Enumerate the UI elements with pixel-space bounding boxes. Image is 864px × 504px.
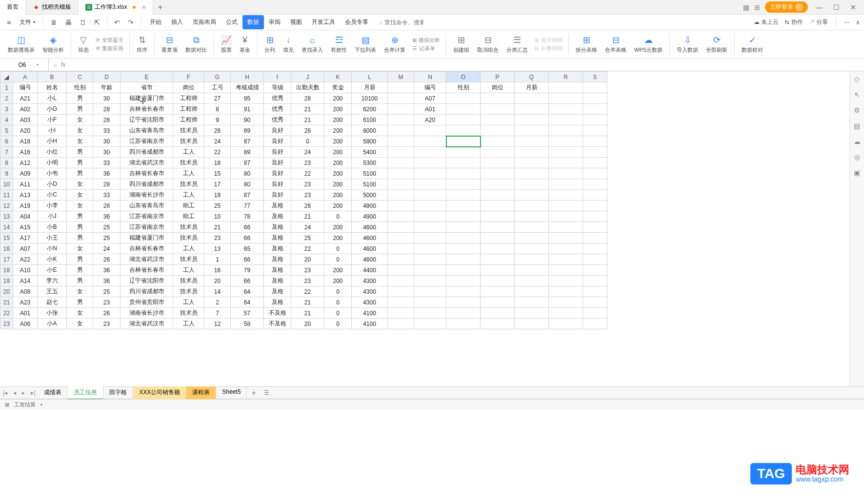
cell[interactable]: 200 <box>324 93 352 104</box>
cell[interactable]: A04 <box>13 211 38 222</box>
menu-会员专享[interactable]: 会员专享 <box>340 15 373 29</box>
cell[interactable]: 24 <box>93 243 121 254</box>
cell[interactable]: 4600 <box>352 222 388 233</box>
cell[interactable]: 及格 <box>264 276 291 286</box>
cell[interactable]: A13 <box>13 190 38 201</box>
cell[interactable]: 21 <box>204 222 231 233</box>
cell[interactable]: 200 <box>324 233 352 243</box>
cell[interactable]: 助工 <box>173 201 204 211</box>
cell[interactable]: 27 <box>204 93 231 104</box>
cell[interactable]: 男 <box>67 233 93 243</box>
cell[interactable]: 23 <box>291 276 324 286</box>
sheet-prev-icon[interactable]: ◂ <box>10 389 19 396</box>
cell[interactable]: A18 <box>13 136 38 147</box>
import-button[interactable]: ⇩导入数据 <box>673 34 702 55</box>
cell[interactable]: 小H <box>38 136 67 147</box>
cell[interactable] <box>481 201 515 211</box>
cell[interactable]: 80 <box>231 168 264 179</box>
undo-icon[interactable]: ↶ <box>111 17 123 28</box>
cell[interactable]: 技术员 <box>173 158 204 168</box>
cell[interactable]: 江苏省南京市 <box>121 136 173 147</box>
cell[interactable] <box>446 190 481 201</box>
maximize-button[interactable]: ☐ <box>830 3 843 11</box>
cell[interactable]: 工号 <box>204 82 231 93</box>
sheet-tab-1[interactable]: 员工信息 <box>68 386 103 400</box>
cell[interactable]: 技术员 <box>173 136 204 147</box>
cell[interactable] <box>388 276 414 286</box>
export-icon[interactable]: ⇱ <box>91 17 103 28</box>
cell[interactable]: 21 <box>291 297 324 308</box>
cell[interactable] <box>481 286 515 297</box>
cell[interactable] <box>583 158 607 168</box>
cell[interactable]: 不及格 <box>264 319 291 329</box>
cell[interactable]: 64 <box>231 297 264 308</box>
menu-开始[interactable]: 开始 <box>145 15 166 29</box>
cell[interactable]: 200 <box>324 136 352 147</box>
cell[interactable]: 工程师 <box>173 104 204 115</box>
sheet-first-icon[interactable]: |◂ <box>0 389 10 396</box>
col-head-P[interactable]: P <box>481 72 515 82</box>
menu-页面布局[interactable]: 页面布局 <box>188 15 221 29</box>
cell[interactable] <box>388 136 414 147</box>
cell[interactable]: 湖南省长沙市 <box>121 190 173 201</box>
cell[interactable]: 编号 <box>13 82 38 93</box>
col-head-N[interactable]: N <box>414 72 446 82</box>
cell[interactable]: 30 <box>93 93 121 104</box>
cell[interactable]: 30 <box>93 136 121 147</box>
cell[interactable]: 4600 <box>352 254 388 265</box>
cell[interactable]: 男 <box>67 93 93 104</box>
cell[interactable]: 0 <box>324 243 352 254</box>
cell[interactable]: 23 <box>291 158 324 168</box>
cell[interactable] <box>515 201 549 211</box>
cell[interactable]: 岗位 <box>481 82 515 93</box>
cell[interactable]: 江苏省南京市 <box>121 211 173 222</box>
cell[interactable]: 18 <box>204 158 231 168</box>
cell[interactable]: 技术员 <box>173 222 204 233</box>
cell[interactable]: 0 <box>324 297 352 308</box>
cell[interactable]: 及格 <box>264 297 291 308</box>
cell[interactable] <box>549 190 583 201</box>
cell[interactable]: A09 <box>13 168 38 179</box>
cell[interactable]: 福建省厦门市 <box>121 93 173 104</box>
cloud-status[interactable]: ☁ 未上云 <box>754 18 779 26</box>
cell[interactable]: 24 <box>291 222 324 233</box>
sheet-last-icon[interactable]: ▸| <box>28 389 38 396</box>
cell[interactable]: 小A <box>38 319 67 329</box>
cell[interactable] <box>446 233 481 243</box>
cell[interactable]: 小韦 <box>38 168 67 179</box>
row-head-13[interactable]: 13 <box>0 211 13 222</box>
cell[interactable]: 工程师 <box>173 93 204 104</box>
cell[interactable] <box>515 125 549 136</box>
cell[interactable]: 66 <box>231 254 264 265</box>
cell[interactable]: 及格 <box>264 243 291 254</box>
cell[interactable]: 24 <box>204 136 231 147</box>
panel-icon-4[interactable]: ◎ <box>854 153 860 161</box>
col-head-R[interactable]: R <box>549 72 583 82</box>
cell[interactable]: A17 <box>13 233 38 243</box>
cell[interactable] <box>481 297 515 308</box>
cell[interactable]: 13 <box>204 243 231 254</box>
col-head-H[interactable]: H <box>231 72 264 82</box>
cell[interactable] <box>388 147 414 158</box>
cell[interactable]: 男 <box>67 265 93 276</box>
cell[interactable]: 28 <box>93 115 121 125</box>
minimize-button[interactable]: — <box>813 3 825 11</box>
cell[interactable]: 20 <box>291 319 324 329</box>
cell[interactable] <box>515 254 549 265</box>
cell[interactable]: 男 <box>67 211 93 222</box>
cell[interactable]: 小J <box>38 211 67 222</box>
cell[interactable] <box>481 115 515 125</box>
row-head-21[interactable]: 21 <box>0 297 13 308</box>
duplicates-button[interactable]: ⊟重复项 <box>158 34 181 55</box>
cell[interactable]: A11 <box>13 179 38 190</box>
cell[interactable]: 7 <box>204 308 231 319</box>
cell[interactable]: 24 <box>291 147 324 158</box>
cell[interactable] <box>446 222 481 233</box>
col-head-B[interactable]: B <box>38 72 67 82</box>
col-head-S[interactable]: S <box>583 72 607 82</box>
preview-icon[interactable]: 🗋 <box>77 17 89 28</box>
cell[interactable]: 女 <box>67 190 93 201</box>
cell[interactable] <box>515 222 549 233</box>
cell[interactable] <box>446 158 481 168</box>
panel-icon[interactable]: ◇ <box>854 75 860 83</box>
